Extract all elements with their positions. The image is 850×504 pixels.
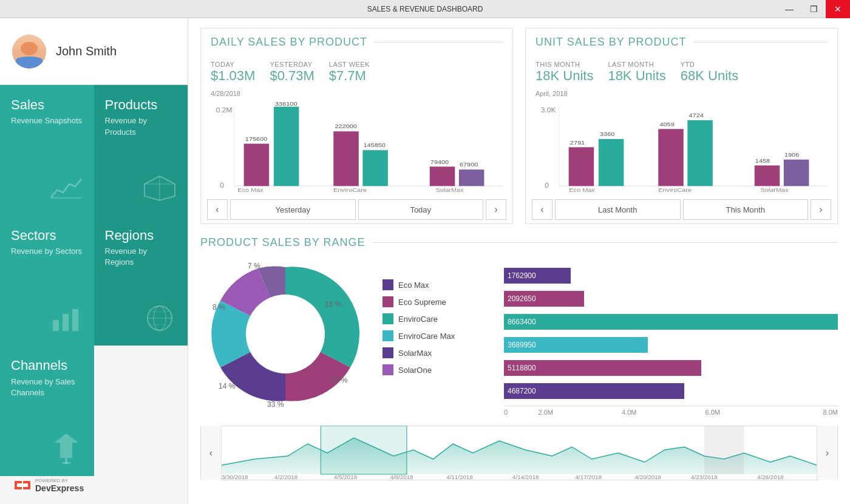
svg-text:SolarMax: SolarMax [760,187,789,192]
tile-subtitle-regions: Revenue by Regions [105,246,177,268]
stat-label-lastweek: LAST WEEK [329,61,370,68]
svg-text:4/8/2018: 4/8/2018 [390,474,413,480]
legend-item-ecomax: Eco Max [382,279,492,290]
daily-sales-title: DAILY SALES BY PRODUCT [211,36,367,49]
close-button[interactable]: ✕ [826,0,850,18]
stat-value-thismonth: 18K Units [536,68,593,84]
svg-text:0.2M: 0.2M [216,107,233,114]
sidebar-item-sectors[interactable]: Sectors Revenue by Sectors [0,216,94,346]
svg-rect-51 [755,165,780,186]
chart-line-icon [48,173,84,206]
svg-text:4724: 4724 [689,112,704,118]
svg-text:222000: 222000 [335,123,357,129]
box-icon [141,173,178,206]
legend-item-solarmax: SolarMax [382,347,492,358]
svg-rect-24 [274,107,299,186]
sidebar-item-products[interactable]: Products Revenue by Products [94,85,188,216]
range-bar-4: 3689950 [504,337,648,353]
legend-item-envirocaremax: EnviroCare Max [382,330,492,341]
svg-rect-17 [17,483,28,487]
range-bar-6: 4687200 [504,383,684,399]
user-area: John Smith [0,18,188,85]
range-bar-row-5: 5118800 [504,359,838,376]
svg-rect-53 [784,160,809,186]
range-content: 18 % 20 % 33 % 14 % 8 % 7 % Eco Max [200,255,838,416]
legend-label-envirocare: EnviroCare [398,315,438,324]
devexpress-brand: POWERED BY DevExpress [35,478,84,493]
stat-value-lastmonth: 18K Units [608,68,665,84]
timeline-next-button[interactable]: › [817,426,837,480]
stat-value-ytd: 68K Units [681,68,738,84]
daily-today-button[interactable]: Today [358,199,484,220]
daily-date-label: 4/28/2018 [201,87,512,98]
avatar [12,35,46,69]
daily-next-button[interactable]: › [486,199,506,220]
sidebar-item-sales[interactable]: Sales Revenue Snapshots [0,85,94,216]
tile-title-sectors: Sectors [11,228,83,243]
sidebar-item-channels[interactable]: Channels Revenue by Sales Channels [0,346,94,476]
user-name: John Smith [56,44,117,58]
funnel-icon [48,431,84,466]
daily-prev-button[interactable]: ‹ [207,199,228,220]
bar-chart-icon [48,303,84,336]
svg-text:0: 0 [545,182,549,189]
sidebar-item-regions[interactable]: Regions Revenue by Regions [94,216,188,346]
timeline-chart: 3/30/2018 4/2/2018 4/5/2018 4/8/2018 4/1… [222,426,817,480]
legend-item-solarone: SolarOne [382,364,492,375]
svg-text:175600: 175600 [245,135,268,141]
stat-last-month: LAST MONTH 18K Units [608,61,665,84]
svg-rect-41 [569,147,594,186]
timeline-prev-button[interactable]: ‹ [201,426,222,480]
legend-item-envirocare: EnviroCare [382,313,492,324]
minimize-button[interactable]: — [777,0,801,18]
daily-sales-svg: 0.2M 0 175600 336100 Eco Max 222000 [211,101,503,192]
restore-button[interactable]: ❐ [801,0,826,18]
svg-marker-12 [54,434,78,458]
legend: Eco Max Eco Supreme EnviroCare EnviroCar… [382,255,492,381]
stat-value-lastweek: $7.7M [329,68,370,84]
svg-rect-46 [658,129,684,186]
range-divider [372,242,838,243]
section-divider [375,42,503,43]
daily-sales-panel: DAILY SALES BY PRODUCT TODAY $1.03M YEST… [200,28,513,224]
legend-color-ecosupreme [382,296,393,307]
range-bar-1: 1762900 [504,268,571,284]
tile-subtitle-sectors: Revenue by Sectors [11,246,83,257]
range-bar-row-2: 2092650 [504,290,838,307]
svg-point-56 [246,295,325,373]
unit-thismonth-button[interactable]: This Month [683,199,809,220]
stat-label-today: TODAY [211,61,255,68]
svg-text:1458: 1458 [755,157,770,163]
stat-yesterday: YESTERDAY $0.73M [270,61,314,84]
svg-text:2791: 2791 [570,139,585,145]
stat-label-yesterday: YESTERDAY [270,61,314,68]
stat-ytd: YTD 68K Units [681,61,738,84]
svg-text:3/30/2018: 3/30/2018 [222,474,248,480]
svg-text:4/14/2018: 4/14/2018 [512,474,539,480]
unit-lastmonth-button[interactable]: Last Month [555,199,681,220]
range-bar-5: 5118800 [504,360,701,376]
timeline-svg: 3/30/2018 4/2/2018 4/5/2018 4/8/2018 4/1… [222,426,817,480]
svg-rect-27 [333,131,359,186]
unit-date-label: April, 2018 [526,87,837,98]
stat-label-thismonth: THIS MONTH [536,61,593,68]
unit-prev-button[interactable]: ‹ [532,199,552,220]
svg-rect-5 [63,314,69,331]
svg-text:4059: 4059 [659,121,675,127]
svg-rect-4 [53,320,59,331]
svg-rect-32 [430,166,455,186]
main-content: DAILY SALES BY PRODUCT TODAY $1.03M YEST… [188,18,850,504]
unit-stats-row: THIS MONTH 18K Units LAST MONTH 18K Unit… [526,55,837,87]
tile-title-channels: Channels [11,358,83,373]
svg-text:18 %: 18 % [325,300,342,308]
axis-2m: 2.0M [504,409,588,416]
unit-sales-svg: 3.0K 0 2791 3360 Eco Max 4059 [536,101,828,192]
unit-bar-chart: 3.0K 0 2791 3360 Eco Max 4059 [526,98,837,196]
svg-text:4/11/2018: 4/11/2018 [446,474,473,480]
daily-yesterday-button[interactable]: Yesterday [230,199,356,220]
axis-4m: 4.0M [588,409,672,416]
svg-text:0: 0 [220,182,224,189]
unit-next-button[interactable]: › [811,199,831,220]
range-bar-row-3: 8663400 [504,313,838,330]
svg-text:14 %: 14 % [219,382,236,390]
